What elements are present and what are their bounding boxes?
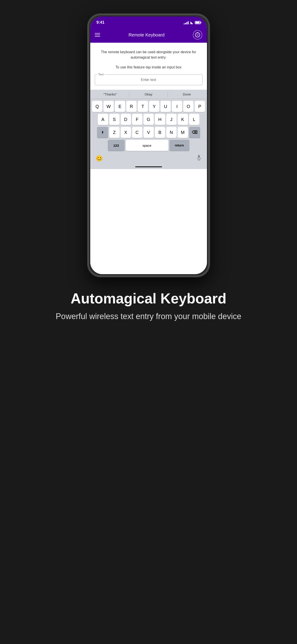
- key-l[interactable]: L: [189, 114, 199, 125]
- key-q[interactable]: Q: [92, 101, 102, 112]
- app-logo-button[interactable]: [193, 30, 202, 40]
- key-f[interactable]: F: [132, 114, 142, 125]
- text-input-container[interactable]: Text Enter text: [90, 74, 207, 90]
- phone-mockup: 9:41 ◣: [87, 14, 210, 277]
- battery-icon: [195, 21, 201, 24]
- input-label: Text: [97, 73, 105, 76]
- key-v[interactable]: V: [143, 127, 154, 138]
- space-key[interactable]: space: [126, 140, 168, 151]
- keyboard-row-3: ⬆ Z X C V B N M ⌫: [91, 127, 206, 138]
- status-icons: ◣: [184, 20, 201, 24]
- keyboard-suggestions: "Thanks" Okay Done: [91, 92, 206, 99]
- keyboard: "Thanks" Okay Done Q W E R T Y U I: [90, 90, 207, 169]
- signal-icon: [184, 21, 189, 24]
- phone-frame: 9:41 ◣: [87, 14, 210, 277]
- main-content: The remote keyboard can be used alongsid…: [90, 43, 207, 274]
- description-area: The remote keyboard can be used alongsid…: [90, 43, 207, 74]
- svg-point-1: [197, 34, 197, 35]
- key-j[interactable]: J: [166, 114, 177, 125]
- text-input-field[interactable]: Enter text: [95, 74, 203, 85]
- key-h[interactable]: H: [155, 114, 165, 125]
- home-indicator: [135, 166, 162, 167]
- return-key[interactable]: return: [169, 140, 190, 151]
- key-p[interactable]: P: [195, 101, 205, 112]
- wifi-icon: ◣: [190, 20, 193, 24]
- instruction-text: To use this feature tap inside an input …: [97, 64, 200, 70]
- suggestion-thanks[interactable]: "Thanks": [91, 92, 130, 97]
- key-c[interactable]: C: [132, 127, 142, 138]
- description-text-1: The remote keyboard can be used alongsid…: [97, 50, 200, 60]
- keyboard-bottom-row: 😊: [91, 153, 206, 164]
- key-b[interactable]: B: [155, 127, 165, 138]
- status-time: 9:41: [96, 20, 105, 25]
- app-title: Remote Keyboard: [128, 32, 164, 38]
- emoji-key[interactable]: 😊: [96, 155, 103, 162]
- key-d[interactable]: D: [121, 114, 131, 125]
- key-s[interactable]: S: [109, 114, 120, 125]
- key-r[interactable]: R: [126, 101, 137, 112]
- keyboard-row-1: Q W E R T Y U I O P: [91, 101, 206, 112]
- mic-icon: [196, 154, 202, 161]
- shift-key[interactable]: ⬆: [97, 127, 108, 138]
- backspace-key[interactable]: ⌫: [189, 127, 200, 138]
- mic-key[interactable]: [196, 154, 202, 162]
- key-m[interactable]: M: [178, 127, 188, 138]
- suggestion-okay[interactable]: Okay: [129, 92, 168, 97]
- hamburger-menu-icon[interactable]: [95, 33, 100, 37]
- key-a[interactable]: A: [98, 114, 108, 125]
- svg-rect-5: [198, 155, 200, 158]
- key-o[interactable]: O: [183, 101, 194, 112]
- svg-point-4: [197, 32, 198, 33]
- key-e[interactable]: E: [115, 101, 125, 112]
- bottom-section: Automagical Keyboard Powerful wireless t…: [42, 291, 255, 322]
- headline: Automagical Keyboard: [56, 291, 241, 306]
- keyboard-row-2: A S D F G H J K L: [91, 114, 206, 125]
- subheadline: Powerful wireless text entry from your m…: [56, 311, 241, 322]
- numbers-key[interactable]: 123: [108, 140, 125, 151]
- key-n[interactable]: N: [166, 127, 177, 138]
- key-g[interactable]: G: [143, 114, 154, 125]
- key-w[interactable]: W: [103, 101, 114, 112]
- key-z[interactable]: Z: [109, 127, 120, 138]
- key-y[interactable]: Y: [149, 101, 159, 112]
- svg-point-2: [198, 34, 199, 35]
- key-x[interactable]: X: [121, 127, 131, 138]
- app-bar: Remote Keyboard: [90, 27, 207, 43]
- logo-icon: [195, 32, 200, 38]
- suggestion-done[interactable]: Done: [168, 92, 206, 97]
- key-u[interactable]: U: [160, 101, 171, 112]
- phone-screen: 9:41 ◣: [90, 16, 207, 274]
- key-k[interactable]: K: [178, 114, 188, 125]
- key-i[interactable]: I: [172, 101, 182, 112]
- key-t[interactable]: T: [138, 101, 148, 112]
- status-bar: 9:41 ◣: [90, 16, 207, 27]
- keyboard-row-4: 123 space return: [91, 140, 206, 151]
